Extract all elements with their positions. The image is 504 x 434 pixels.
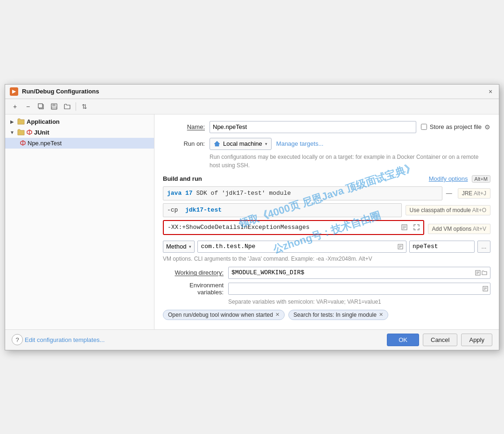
close-button[interactable]: ×	[487, 88, 494, 95]
manage-targets-link[interactable]: Manage targets...	[276, 140, 323, 147]
tag-chip-1[interactable]: Open run/debug tool window when started …	[163, 310, 285, 320]
working-directory-row: Working directory: $MODULE_WORKING_DIR$	[163, 267, 490, 279]
svg-marker-9	[214, 141, 220, 146]
bottom-bar: ? Edit configuration templates... OK Can…	[5, 329, 499, 350]
tag-1-label: Open run/debug tool window when started	[168, 312, 273, 318]
action-buttons: OK Cancel Apply	[387, 334, 492, 346]
apply-button[interactable]: Apply	[461, 334, 492, 346]
vm-edit-icon[interactable]	[399, 222, 410, 233]
run-debug-dialog: ▶ Run/Debug Configurations × + − ⇅	[5, 84, 499, 350]
modify-options-link[interactable]: Modify options	[429, 175, 468, 182]
sidebar-item-npe-npetest[interactable]: Npe.npeTest	[5, 138, 154, 149]
java-field-remove-icon[interactable]: —	[444, 189, 454, 198]
vm-expand-icon[interactable]	[411, 222, 422, 233]
method-name-field[interactable]: npeTest	[409, 241, 475, 253]
method-ellipsis-button[interactable]: ...	[477, 241, 490, 253]
env-edit-icon	[483, 286, 488, 292]
vm-options-row: Add VM options Alt+V	[163, 220, 490, 238]
cp-field-row: -cp jdk17-test Use classpath of module A…	[163, 203, 490, 217]
tag-2-label: Search for tests: In single module	[294, 312, 377, 318]
sort-button[interactable]: ⇅	[78, 101, 91, 112]
tag-2-close-icon[interactable]: ✕	[379, 312, 383, 318]
method-value: npeTest	[413, 243, 438, 250]
env-vars-row: Environment variables:	[163, 282, 490, 296]
local-machine-dropdown[interactable]: Local machine ▾	[210, 138, 272, 150]
class-value: com.th.test.Npe	[201, 243, 255, 250]
junit-icon	[27, 129, 32, 135]
dropdown-chevron-icon: ▾	[265, 142, 267, 146]
home-icon	[214, 141, 220, 147]
sidebar: ▶ Application ▼ JUnit	[5, 114, 154, 329]
sidebar-item-junit[interactable]: ▼ JUnit	[5, 127, 154, 138]
name-input[interactable]	[210, 121, 416, 133]
add-vm-tooltip: Add VM options Alt+V	[428, 224, 490, 234]
store-as-project-row: Store as project file ⚙	[421, 123, 490, 131]
title-bar: ▶ Run/Debug Configurations ×	[5, 85, 499, 99]
run-on-row: Run on: Local machine ▾ Manage targets..…	[163, 138, 490, 150]
junit-folder-icon	[17, 129, 25, 135]
vm-hint-text: VM options. CLI arguments to the 'Java' …	[163, 256, 490, 262]
toolbar: + − ⇅	[5, 99, 499, 114]
junit-label: JUnit	[34, 129, 49, 136]
tag-1-close-icon[interactable]: ✕	[275, 312, 280, 318]
method-dropdown[interactable]: Method ▾	[163, 241, 195, 253]
folder-icon	[64, 103, 70, 110]
save-icon	[51, 103, 57, 110]
class-edit-icon	[398, 244, 403, 249]
method-label: Method	[166, 243, 186, 250]
run-on-label: Run on:	[163, 140, 205, 147]
wd-label: Working directory:	[163, 269, 224, 276]
store-as-project-checkbox[interactable]	[421, 124, 427, 130]
help-button[interactable]: ?	[12, 334, 23, 345]
method-dropdown-chevron-icon: ▾	[189, 244, 191, 249]
add-button[interactable]: +	[9, 101, 21, 112]
npe-npetest-label: Npe.npeTest	[28, 140, 62, 147]
env-label: Environment variables:	[163, 282, 224, 296]
classpath-tooltip: Use classpath of module Alt+O	[406, 205, 490, 215]
name-label: Name:	[163, 123, 205, 130]
tag-chip-2[interactable]: Search for tests: In single module ✕	[288, 310, 388, 320]
right-panel: Name: Store as project file ⚙ Run on:	[154, 114, 499, 329]
local-machine-label: Local machine	[223, 140, 262, 147]
ellipsis-label: ...	[482, 243, 487, 250]
sidebar-item-application[interactable]: ▶ Application	[5, 116, 154, 127]
ok-button[interactable]: OK	[387, 334, 419, 346]
svg-rect-1	[38, 104, 42, 108]
vm-options-input[interactable]	[165, 222, 399, 233]
move-button[interactable]	[61, 101, 73, 112]
cp-field[interactable]: -cp jdk17-test	[163, 203, 402, 217]
gear-icon[interactable]: ⚙	[484, 123, 490, 131]
copy-button[interactable]	[35, 101, 47, 112]
svg-rect-4	[52, 107, 56, 109]
svg-rect-3	[52, 104, 56, 106]
application-label: Application	[27, 118, 60, 125]
save-button[interactable]	[48, 101, 60, 112]
wd-folder-icon[interactable]	[482, 270, 487, 276]
remove-button[interactable]: −	[22, 101, 34, 112]
env-field[interactable]	[228, 283, 490, 295]
expand-junit-icon: ▼	[9, 130, 15, 135]
class-field[interactable]: com.th.test.Npe	[197, 241, 406, 253]
cp-field-text: -cp jdk17-test	[167, 206, 222, 213]
alt-m-badge: Alt+M	[472, 175, 490, 183]
method-row: Method ▾ com.th.test.Npe npeTest	[163, 241, 490, 253]
right-panel-wrapper: 领取《4000页 尼恩Java 顶级面试宝典》 公zhong号：技术自由圈 Na…	[154, 114, 499, 329]
main-content: ▶ Application ▼ JUnit	[5, 114, 499, 329]
cancel-button[interactable]: Cancel	[423, 334, 457, 346]
npe-junit-icon	[20, 140, 26, 146]
tag-row: Open run/debug tool window when started …	[163, 310, 490, 320]
name-row: Name: Store as project file ⚙	[163, 121, 490, 133]
vm-options-field	[163, 220, 424, 235]
java-field[interactable]: java 17 SDK of 'jdk17-test' module	[163, 186, 442, 200]
wd-value: $MODULE_WORKING_DIR$	[231, 269, 304, 276]
wd-actions	[475, 270, 487, 276]
dialog-title: Run/Debug Configurations	[22, 88, 483, 95]
java-field-text: java 17 SDK of 'jdk17-test' module	[167, 190, 291, 197]
store-as-project-label: Store as project file	[430, 123, 482, 130]
application-folder-icon	[17, 118, 25, 125]
wd-field[interactable]: $MODULE_WORKING_DIR$	[228, 267, 490, 279]
wd-edit-icon[interactable]	[475, 270, 481, 276]
java-field-row: java 17 SDK of 'jdk17-test' module — JRE…	[163, 186, 490, 200]
run-info-text: Run configurations may be executed local…	[210, 153, 490, 170]
edit-templates-link[interactable]: Edit configuration templates...	[25, 336, 105, 343]
